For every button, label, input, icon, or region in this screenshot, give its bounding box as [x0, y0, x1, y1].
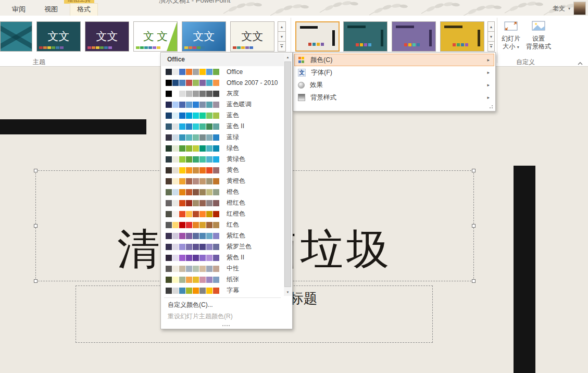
format-background-button[interactable]: 设置 背景格式 [524, 18, 553, 64]
color-scheme-1[interactable]: Office [161, 66, 284, 77]
themes-more-button[interactable]: ▼ [278, 41, 286, 52]
color-scheme-16[interactable]: 紫红色 [161, 230, 284, 241]
theme-color-strip [87, 46, 112, 49]
color-scheme-10[interactable]: 黄色 [161, 165, 284, 176]
slide-design-bar-right [514, 166, 535, 373]
theme-color-strip [184, 46, 205, 49]
theme-thumbnail-4[interactable]: 文 文 [133, 21, 178, 52]
color-scheme-11[interactable]: 黄橙色 [161, 176, 284, 186]
theme-color-strip [39, 46, 64, 49]
variant-thumbnail-3[interactable] [392, 21, 436, 52]
variant-frame-decoration [444, 26, 462, 28]
scheme-label: 中性 [227, 264, 239, 273]
variants-menu-items: 颜色(C)▸文字体(F)▸效果▸背景样式▸ [293, 54, 495, 104]
scheme-label: Office 2007 - 2010 [227, 79, 278, 86]
color-scheme-19[interactable]: 中性 [161, 263, 284, 274]
resize-handle[interactable] [472, 169, 476, 172]
fonts-icon: 文 [298, 69, 306, 77]
themes-scroll-down-button[interactable]: ▼ [278, 31, 286, 42]
variant-frame-decoration [300, 26, 318, 29]
menu-item-colors[interactable]: 颜色(C)▸ [294, 54, 494, 66]
themes-scroll-up-button[interactable]: ▲ [278, 21, 286, 32]
menu-item-label: 背景样式 [310, 93, 487, 102]
scrollbar-down-button[interactable]: ▼ [284, 288, 292, 296]
account-name: 老文 [553, 4, 565, 13]
scrollbar-up-button[interactable]: ▲ [284, 53, 292, 61]
slide-size-label-line1: 幻灯片 [498, 35, 524, 43]
scrollbar-thumb[interactable] [284, 61, 291, 287]
scheme-label: 红色 [227, 220, 239, 229]
menu-item-fonts[interactable]: 文字体(F)▸ [294, 66, 494, 79]
menu-item-label: 颜色(C) [310, 56, 487, 65]
theme-sample-text: 文文 [85, 29, 129, 44]
theme-thumbnail-6[interactable]: 文文 [230, 21, 274, 52]
color-scheme-7[interactable]: 蓝绿 [161, 132, 284, 143]
color-scheme-3[interactable]: 灰度 [161, 88, 284, 99]
collapse-ribbon-button[interactable] [577, 59, 584, 67]
account-avatar[interactable] [573, 2, 586, 15]
color-scheme-17[interactable]: 紫罗兰色 [161, 241, 284, 252]
scheme-color-strip [166, 244, 220, 250]
scroll-down-icon: ▼ [280, 35, 284, 39]
theme-thumbnail-2[interactable]: 文文 [36, 21, 81, 52]
menu-resize-grip[interactable] [492, 107, 493, 108]
scheme-label: 橙红色 [227, 198, 245, 207]
account-area[interactable]: 老文 ▾ [553, 1, 586, 16]
scheme-color-strip [166, 145, 220, 152]
submenu-resize-grip[interactable] [222, 325, 223, 326]
color-scheme-4[interactable]: 蓝色暖调 [161, 99, 284, 110]
theme-sample-text: 文 文 [134, 29, 177, 44]
color-scheme-2[interactable]: Office 2007 - 2010 [161, 77, 284, 88]
color-scheme-13[interactable]: 橙红色 [161, 197, 284, 208]
color-scheme-18[interactable]: 紫色 II [161, 252, 284, 263]
scheme-label: 紫色 II [227, 253, 244, 262]
variants-scroll-down-button[interactable]: ▼ [487, 31, 495, 42]
variants-more-button[interactable]: ▼ [487, 41, 495, 52]
scroll-down-icon: ▼ [490, 35, 493, 39]
color-scheme-8[interactable]: 绿色 [161, 143, 284, 154]
menu-item-background-styles[interactable]: 背景样式▸ [294, 91, 494, 104]
resize-handle[interactable] [34, 279, 37, 283]
scheme-color-strip [166, 123, 220, 130]
scheme-label: 蓝色 II [227, 122, 244, 131]
color-scheme-5[interactable]: 蓝色 [161, 110, 284, 121]
variant-thumbnail-1[interactable] [295, 21, 340, 52]
group-divider [497, 18, 497, 63]
ribbon-tab-2[interactable]: 视图 [37, 3, 65, 16]
scheme-color-strip [166, 167, 220, 173]
slide-size-button[interactable]: 幻灯片 大小 ▾ [498, 18, 524, 64]
variant-thumbnail-4[interactable] [440, 21, 484, 52]
scheme-label: 蓝色暖调 [227, 100, 252, 109]
scheme-label: 红橙色 [227, 209, 245, 218]
variant-color-chips [308, 43, 324, 46]
ribbon-tab-3[interactable]: 格式 [70, 3, 98, 16]
scheme-color-strip [166, 91, 220, 97]
submenu-scrollbar[interactable]: ▲ ▼ [284, 53, 292, 296]
scheme-color-strip [166, 134, 220, 141]
resize-handle[interactable] [472, 279, 476, 283]
ribbon-tab-1[interactable]: 审阅 [5, 3, 32, 16]
customize-colors-item[interactable]: 自定义颜色(C)... [161, 299, 292, 310]
themes-gallery-scroll: ▲ ▼ ▼ [278, 21, 286, 52]
theme-thumbnail-3[interactable]: 文文 [85, 21, 129, 52]
color-scheme-20[interactable]: 纸张 [161, 274, 284, 285]
variant-frame-decoration [429, 30, 432, 46]
theme-thumbnail-1[interactable] [0, 21, 32, 52]
theme-thumbnail-5[interactable]: 文文 [182, 21, 226, 52]
color-scheme-12[interactable]: 橙色 [161, 186, 284, 197]
menu-item-effects[interactable]: 效果▸ [294, 79, 494, 91]
color-scheme-21[interactable]: 字幕 [161, 285, 284, 296]
document-title: 演示文稿1 - PowerPoint [159, 0, 230, 5]
theme-sample-text: 文文 [37, 29, 80, 44]
slide-canvas[interactable]: 清理电脑垃圾 单击此处添加副标题 [0, 67, 588, 373]
color-scheme-14[interactable]: 红橙色 [161, 208, 284, 219]
color-scheme-15[interactable]: 红色 [161, 219, 284, 230]
gallery-more-icon: ▼ [490, 44, 493, 48]
variant-thumbnail-2[interactable] [343, 21, 387, 52]
scheme-color-strip [166, 266, 220, 272]
color-scheme-6[interactable]: 蓝色 II [161, 121, 284, 132]
gallery-more-icon: ▼ [280, 44, 284, 48]
color-scheme-9[interactable]: 黄绿色 [161, 154, 284, 165]
variants-scroll-up-button[interactable]: ▲ [487, 21, 495, 32]
resize-handle[interactable] [34, 169, 37, 172]
